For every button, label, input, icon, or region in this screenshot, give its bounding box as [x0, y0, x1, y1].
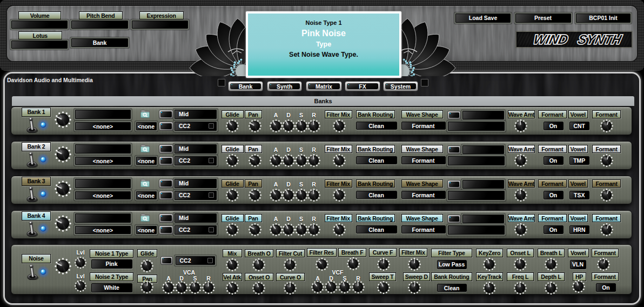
svg-text:WIND: WIND [532, 32, 569, 46]
svg-text:SYNTH: SYNTH [576, 32, 623, 46]
